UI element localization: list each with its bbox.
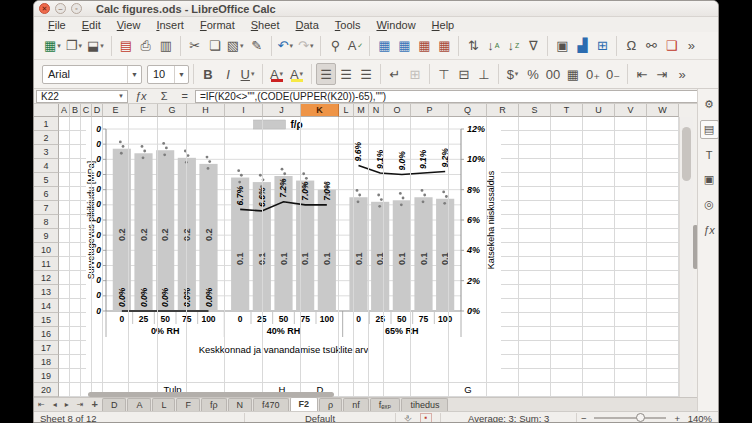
paste-button[interactable]: ▧▾ bbox=[225, 35, 247, 57]
insert-column-left-button[interactable]: ▦ bbox=[394, 35, 414, 57]
maximize-button[interactable]: ▫ bbox=[71, 3, 82, 14]
insert-image-button[interactable]: ▣ bbox=[552, 35, 572, 57]
row-header-15[interactable]: 15 bbox=[34, 313, 59, 327]
sheet-tab-F2[interactable]: F2 bbox=[290, 397, 319, 411]
chevron-down-icon[interactable]: ▾ bbox=[299, 70, 305, 78]
sort-ascending-button[interactable]: ↓A bbox=[483, 35, 503, 57]
format-number-button[interactable]: 00 bbox=[543, 63, 563, 85]
sidebar-settings-icon[interactable]: ⚙ bbox=[700, 95, 719, 114]
add-sheet-button[interactable]: + bbox=[87, 398, 101, 411]
row-header-3[interactable]: 3 bbox=[34, 145, 59, 159]
menu-edit[interactable]: Edit bbox=[74, 19, 109, 31]
delete-row-button[interactable]: ▦ bbox=[414, 35, 434, 57]
function-wizard-icon[interactable]: ƒx bbox=[128, 90, 154, 102]
chevron-down-icon[interactable]: ▾ bbox=[279, 70, 285, 78]
row-header-1[interactable]: 1 bbox=[34, 117, 59, 131]
sheet-tab-f470[interactable]: f470 bbox=[253, 398, 289, 411]
insert-hyperlink-button[interactable]: ⚯ bbox=[641, 35, 661, 57]
sort-button[interactable]: ⇅ bbox=[463, 35, 483, 57]
menu-insert[interactable]: Insert bbox=[148, 19, 192, 31]
menu-file[interactable]: File bbox=[40, 19, 74, 31]
column-header-I[interactable]: I bbox=[225, 104, 263, 117]
increase-indent-button[interactable]: ⇥ bbox=[652, 63, 672, 85]
font-size-combo[interactable]: 10 ▼ bbox=[147, 65, 189, 84]
sheet-tab-N[interactable]: N bbox=[228, 398, 253, 411]
format-currency-button[interactable]: $▾ bbox=[503, 63, 523, 85]
align-top-button[interactable]: ⊤ bbox=[434, 63, 454, 85]
chevron-down-icon[interactable]: ▾ bbox=[77, 42, 83, 50]
redo-button[interactable]: ↷▾ bbox=[296, 35, 316, 57]
gallery-deck-icon[interactable]: ▣ bbox=[700, 170, 719, 189]
font-color-button[interactable]: A▾ bbox=[267, 63, 287, 85]
chevron-down-icon[interactable]: ▾ bbox=[309, 42, 315, 50]
next-sheet-button[interactable]: ▸ bbox=[61, 398, 73, 411]
column-header-H[interactable]: H bbox=[187, 104, 225, 117]
column-header-P[interactable]: P bbox=[411, 104, 449, 117]
highlight-color-button[interactable]: A▾ bbox=[287, 63, 307, 85]
chevron-down-icon[interactable]: ▾ bbox=[289, 42, 295, 50]
properties-deck-icon[interactable]: ▤ bbox=[700, 120, 719, 139]
row-header-8[interactable]: 8 bbox=[34, 215, 59, 229]
row-header-12[interactable]: 12 bbox=[34, 271, 59, 285]
column-header-O[interactable]: O bbox=[384, 104, 411, 117]
column-header-N[interactable]: N bbox=[369, 104, 384, 117]
clone-formatting-button[interactable]: ✎ bbox=[247, 35, 267, 57]
column-header-K[interactable]: K bbox=[301, 104, 339, 117]
save-button[interactable]: ⬓▾ bbox=[85, 35, 107, 57]
previous-sheet-button[interactable]: ◂ bbox=[49, 398, 61, 411]
column-header-L[interactable]: L bbox=[339, 104, 354, 117]
insert-comment-button[interactable]: ❑ bbox=[661, 35, 681, 57]
center-vertically-button[interactable]: ⊟ bbox=[454, 63, 474, 85]
align-right-button[interactable]: ☰ bbox=[356, 63, 376, 85]
menu-tools[interactable]: Tools bbox=[327, 19, 369, 31]
format-date-button[interactable]: ▦ bbox=[563, 63, 583, 85]
column-header-T[interactable]: T bbox=[551, 104, 583, 117]
sum-icon[interactable]: Σ bbox=[154, 90, 175, 102]
bold-button[interactable]: B bbox=[198, 63, 218, 85]
chevron-down-icon[interactable]: ▼ bbox=[118, 93, 127, 99]
column-header-F[interactable]: F bbox=[129, 104, 158, 117]
chevron-down-icon[interactable]: ▾ bbox=[514, 70, 520, 78]
sort-descending-button[interactable]: ↓Z bbox=[503, 35, 523, 57]
sheet-tab-tihedus[interactable]: tihedus bbox=[401, 398, 448, 411]
first-sheet-button[interactable]: ⇤ bbox=[34, 398, 49, 411]
document-modified-icon[interactable]: ▪ bbox=[420, 413, 433, 423]
spelling-button[interactable]: A✓ bbox=[345, 35, 365, 57]
sheet-tab-D[interactable]: D bbox=[102, 398, 127, 411]
chevron-down-icon[interactable]: ▼ bbox=[174, 66, 188, 83]
menu-view[interactable]: View bbox=[109, 19, 149, 31]
chevron-down-icon[interactable]: ▾ bbox=[250, 70, 256, 78]
sheet-tab-fρ[interactable]: fρ bbox=[201, 398, 227, 411]
sheet-info[interactable]: Sheet 8 of 12 bbox=[34, 413, 244, 423]
merge-cells-button[interactable]: ⊞ bbox=[405, 63, 425, 85]
page-style[interactable]: Default bbox=[245, 413, 395, 423]
column-header-R[interactable]: R bbox=[487, 104, 519, 117]
last-sheet-button[interactable]: ⇥ bbox=[73, 398, 88, 411]
align-center-button[interactable]: ☰ bbox=[336, 63, 356, 85]
column-header-V[interactable]: V bbox=[615, 104, 647, 117]
export-pdf-button[interactable]: ▤ bbox=[116, 35, 136, 57]
column-header-J[interactable]: J bbox=[263, 104, 301, 117]
print-preview-button[interactable]: ▥ bbox=[156, 35, 176, 57]
name-box[interactable]: K22 ▼ bbox=[36, 90, 128, 103]
column-header-M[interactable]: M bbox=[354, 104, 369, 117]
align-bottom-button[interactable]: ⊥ bbox=[474, 63, 494, 85]
special-character-button[interactable]: Ω bbox=[621, 35, 641, 57]
zoom-level[interactable]: 140% bbox=[684, 413, 718, 423]
delete-column-button[interactable]: ▦ bbox=[434, 35, 454, 57]
vertical-scrollbar[interactable] bbox=[679, 117, 693, 397]
add-decimal-button[interactable]: 0₊ bbox=[583, 63, 603, 85]
column-header-B[interactable]: B bbox=[70, 104, 81, 117]
delete-decimal-button[interactable]: 0₋ bbox=[603, 63, 623, 85]
toolbar-overflow[interactable]: » bbox=[672, 63, 692, 85]
column-header-G[interactable]: G bbox=[158, 104, 187, 117]
row-header-9[interactable]: 9 bbox=[34, 229, 59, 243]
cut-button[interactable]: ✂ bbox=[185, 35, 205, 57]
sheet-tab-nf[interactable]: nf bbox=[343, 398, 369, 411]
column-header-C[interactable]: C bbox=[81, 104, 92, 117]
column-header-Q[interactable]: Q bbox=[449, 104, 487, 117]
styles-deck-icon[interactable]: T bbox=[700, 145, 719, 164]
zoom-in-button[interactable]: + bbox=[670, 413, 684, 423]
underline-button[interactable]: U▾ bbox=[238, 63, 258, 85]
equals-icon[interactable]: = bbox=[174, 90, 194, 102]
